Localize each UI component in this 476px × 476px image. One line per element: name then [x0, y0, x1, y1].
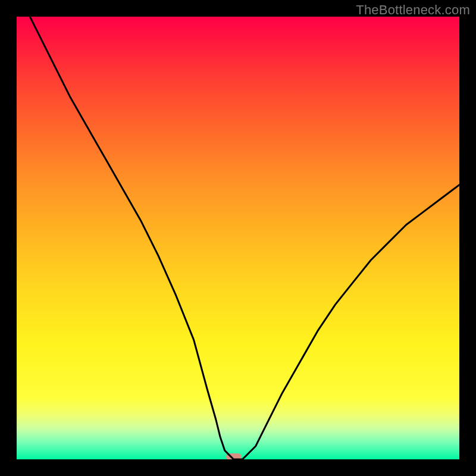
watermark-label: TheBottleneck.com [356, 2, 470, 18]
plot-area [17, 17, 459, 459]
curve-svg [17, 17, 459, 459]
chart-frame: TheBottleneck.com [0, 0, 476, 476]
bottleneck-curve [30, 17, 459, 459]
